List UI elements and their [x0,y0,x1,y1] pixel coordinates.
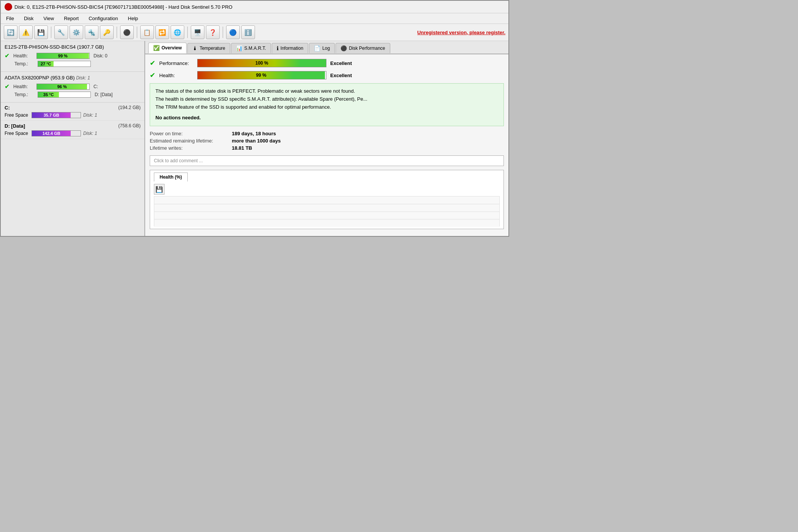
info-grid: Power on time: 189 days, 18 hours Estima… [150,131,504,151]
lifetime-writes-label: Lifetime writes: [150,145,226,151]
health-chart-svg [154,196,499,227]
content-area: ✔ Performance: 100 % Excellent ✔ Health: [145,54,508,236]
info-button[interactable]: ℹ️ [241,25,255,39]
main-layout: E12S-2TB-PHISON-SSD-BICS4 (1907.7 GB) ✔ … [1,41,508,236]
estimated-lifetime-label: Estimated remaining lifetime: [150,138,226,144]
menu-view[interactable]: View [42,15,55,22]
drive-entry-d[interactable]: D: [Data] (758.6 GB) Free Space 142.4 GB… [1,121,144,139]
check-icon-disk0-health: ✔ [5,52,10,59]
menu-disk[interactable]: Disk [22,15,35,22]
check-icon-disk1-health: ✔ [5,83,10,90]
disk-entry-1[interactable]: ADATA SX8200PNP (953.9 GB) Disk: 1 ✔ Hea… [1,72,144,103]
options-button-4[interactable]: 🔑 [100,25,114,39]
no-actions-text: No actions needed. [155,114,498,122]
information-icon: ℹ [277,45,279,51]
chart-canvas [154,196,500,226]
right-panel: ✅ Overview 🌡 Temperature 📊 S.M.A.R.T. ℹ … [145,41,508,236]
disk1-temp-row: Temp.: 35 °C D: [Data] [5,92,141,98]
options-button-1[interactable]: 🔧 [54,25,68,39]
temperature-icon: 🌡 [192,45,198,51]
disk-button[interactable]: 💾 [34,25,48,39]
overview-icon: ✅ [153,45,160,51]
chart-area: Health (%) 💾 [150,170,504,229]
disk-perf-icon: ⚫ [340,45,347,51]
toolbar: 🔄 ⚠️ 💾 🔧 ⚙️ 🔩 🔑 ⚫ 📋 🔁 🌐 🖥️ ❓ 🔵 ℹ️ Unregi… [1,24,508,41]
disk1-temp-bar: 35 °C [38,92,91,98]
disk1-name: ADATA SX8200PNP (953.9 GB) Disk: 1 [5,75,141,81]
title-bar: Disk: 0, E12S-2TB-PHISON-SSD-BICS4 [7E96… [1,1,508,13]
status-line-2: The health is determined by SSD specific… [155,95,498,103]
performance-row: ✔ Performance: 100 % Excellent [150,59,504,67]
disk1-health-bar: 96 % [36,84,90,90]
disk0-health-bar: 99 % [36,53,90,59]
chart-tab-health[interactable]: Health (%) [154,173,188,182]
toolbar-separator-2 [117,27,117,38]
tab-information[interactable]: ℹ Information [272,43,308,53]
menu-configuration[interactable]: Configuration [87,15,119,22]
disk0-name: E12S-2TB-PHISON-SSD-BICS4 (1907.7 GB) [5,44,141,50]
app-icon [5,3,12,11]
power-on-time-value: 189 days, 18 hours [232,131,504,136]
doc-button[interactable]: 📋 [140,25,154,39]
health-row: ✔ Health: 99 % Excellent [150,71,504,79]
tabs-bar: ✅ Overview 🌡 Temperature 📊 S.M.A.R.T. ℹ … [145,41,508,54]
drive-d-free-bar: 142.4 GB [32,130,81,136]
status-box: The status of the solid state disk is PE… [150,83,504,126]
estimated-lifetime-value: more than 1000 days [232,138,504,144]
menu-file[interactable]: File [5,15,16,22]
smart-icon: 📊 [236,45,242,51]
chart-save-button[interactable]: 💾 [154,184,165,195]
warning-button[interactable]: ⚠️ [19,25,33,39]
menu-bar: File Disk View Report Configuration Help [1,13,508,24]
toolbar-separator-3 [137,27,137,38]
toolbar-separator-1 [51,27,51,38]
performance-bar: 100 % [197,59,326,67]
toolbar-separator-4 [187,27,188,38]
health-bar: 99 % [197,71,326,79]
tab-disk-performance[interactable]: ⚫ Disk Performance [336,43,390,53]
disk0-temp-row: Temp.: 27 °C [5,61,141,67]
drive-entry-c[interactable]: C: (194.2 GB) Free Space 35.7 GB Disk: 1 [1,103,144,121]
refresh-button[interactable]: 🔄 [4,25,17,39]
sync-button[interactable]: 🔁 [155,25,169,39]
tab-temperature[interactable]: 🌡 Temperature [187,43,230,53]
options-button-3[interactable]: 🔩 [85,25,98,39]
globe-button[interactable]: 🌐 [171,25,184,39]
power-on-time-label: Power on time: [150,131,226,136]
left-panel: E12S-2TB-PHISON-SSD-BICS4 (1907.7 GB) ✔ … [1,41,145,236]
status-line-3: The TRIM feature of the SSD is supported… [155,103,498,111]
options-button-2[interactable]: ⚙️ [70,25,83,39]
perf-check-icon: ✔ [150,59,155,67]
monitor-button[interactable]: 🖥️ [191,25,204,39]
menu-report[interactable]: Report [62,15,80,22]
circle-button[interactable]: ⚫ [120,25,134,39]
tab-overview[interactable]: ✅ Overview [148,43,187,54]
disk-entry-0[interactable]: E12S-2TB-PHISON-SSD-BICS4 (1907.7 GB) ✔ … [1,41,144,72]
help-button-1[interactable]: ❓ [206,25,220,39]
log-icon: 📄 [314,45,320,51]
chart-tabs: Health (%) [154,173,500,182]
disk1-health-row: ✔ Health: 96 % C: [5,83,141,90]
health-check-icon: ✔ [150,71,155,79]
drive-c-free-bar: 35.7 GB [32,112,81,118]
lifetime-writes-value: 18.81 TB [232,145,504,151]
disk0-health-row: ✔ Health: 99 % Disk: 0 [5,52,141,59]
unregistered-message[interactable]: Unregistered version, please register. [417,30,505,35]
comment-input[interactable]: Click to add comment ... [150,155,504,166]
tab-smart[interactable]: 📊 S.M.A.R.T. [231,43,271,53]
status-line-1: The status of the solid state disk is PE… [155,87,498,95]
menu-help[interactable]: Help [127,15,140,22]
disk0-temp-bar: 27 °C [38,61,91,67]
toolbar-separator-5 [223,27,223,38]
tab-log[interactable]: 📄 Log [309,43,335,53]
question-button[interactable]: 🔵 [226,25,240,39]
title-text: Disk: 0, E12S-2TB-PHISON-SSD-BICS4 [7E96… [14,4,233,10]
